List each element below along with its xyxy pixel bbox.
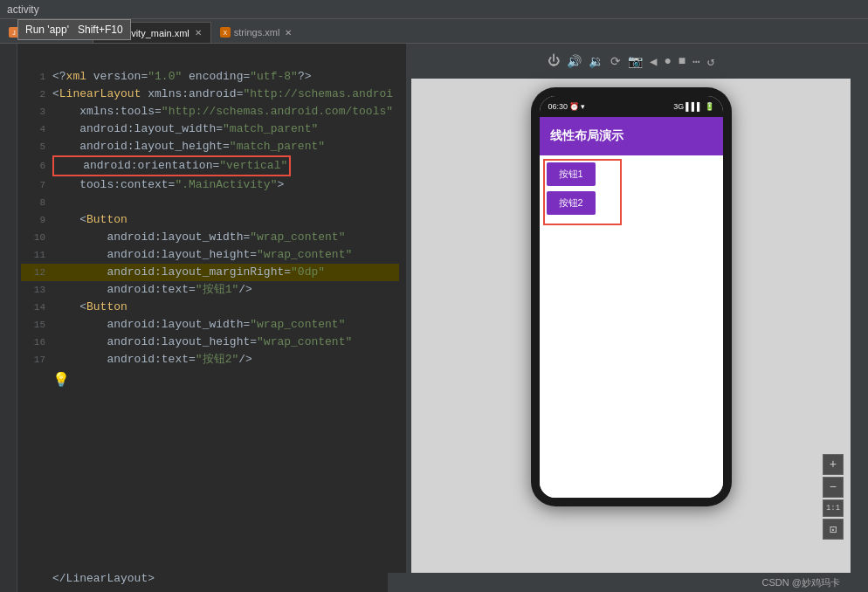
code-line-17: 17 android:text="按钮2"/> bbox=[21, 351, 399, 368]
code-line-1: 1 <?xml version="1.0" encoding="utf-8"?> bbox=[21, 68, 399, 86]
zoom-ratio-label: 1:1 bbox=[823, 499, 844, 517]
orientation-highlight: android:orientation="vertical" bbox=[52, 155, 291, 176]
refresh-icon[interactable]: ↺ bbox=[707, 54, 714, 69]
left-gutter bbox=[0, 44, 17, 592]
power-icon[interactable]: ⏻ bbox=[548, 54, 560, 68]
app-body: 按钮1 按钮2 bbox=[540, 155, 723, 227]
status-left: 06:30 ⏰ ▾ bbox=[548, 102, 586, 111]
more-icon[interactable]: ⋯ bbox=[692, 54, 699, 69]
code-line-2: 2 <LinearLayout xmlns:android="http://sc… bbox=[21, 86, 399, 103]
phone-mockup: 06:30 ⏰ ▾ 3G ▌▌▌ 🔋 线性布局演示 按钮1 bbox=[531, 87, 732, 506]
code-content: 1 <?xml version="1.0" encoding="utf-8"?>… bbox=[17, 44, 406, 396]
back-icon[interactable]: ◀ bbox=[650, 54, 657, 69]
closing-tag: </LinearLayout> bbox=[52, 572, 155, 585]
top-toolbar: activity bbox=[0, 0, 868, 19]
status-time: 06:30 bbox=[548, 102, 568, 111]
closing-tag-line: </LinearLayout> bbox=[17, 565, 406, 592]
app-content: 线性布局演示 按钮1 按钮2 bbox=[540, 117, 723, 498]
volume-icon[interactable]: 🔊 bbox=[567, 54, 582, 69]
run-shortcut: Shift+F10 bbox=[78, 24, 123, 36]
status-battery: 🔋 bbox=[705, 102, 714, 111]
zoom-out-button[interactable]: − bbox=[823, 477, 844, 498]
app-header: 线性布局演示 bbox=[540, 117, 723, 155]
code-line-10: 10 android:layout_width="wrap_content" bbox=[21, 229, 399, 246]
home-icon[interactable]: ● bbox=[664, 54, 671, 68]
code-line-13: 13 android:text="按钮1"/> bbox=[21, 281, 399, 299]
status-alarm: ⏰ bbox=[569, 102, 579, 111]
tab-strings-xml[interactable]: X strings.xml ✕ bbox=[211, 22, 301, 43]
phone-screen: 06:30 ⏰ ▾ 3G ▌▌▌ 🔋 线性布局演示 按钮1 bbox=[540, 96, 723, 498]
preview-button-1[interactable]: 按钮1 bbox=[547, 162, 596, 186]
screenshot-icon[interactable]: 📷 bbox=[628, 54, 643, 69]
code-line-empty bbox=[21, 51, 399, 68]
csdn-watermark: CSDN @妙鸡玛卡 bbox=[762, 576, 840, 589]
phone-notch bbox=[605, 98, 658, 107]
tab-close-main[interactable]: ✕ bbox=[195, 28, 202, 38]
code-line-15: 15 android:layout_width="wrap_content" bbox=[21, 316, 399, 334]
device-toolbar: ⏻ 🔊 🔉 ⟳ 📷 ◀ ● ■ ⋯ ↺ bbox=[411, 44, 851, 79]
zoom-controls: + − 1:1 ⊡ bbox=[823, 454, 844, 540]
zoom-fit-button[interactable]: ⊡ bbox=[823, 519, 844, 540]
code-line-9: 9 <Button bbox=[21, 211, 399, 229]
code-line-16: 16 android:layout_height="wrap_content" bbox=[21, 334, 399, 351]
code-line-14: 14 <Button bbox=[21, 299, 399, 316]
code-line-7: 7 tools:context=".MainActivity"> bbox=[21, 176, 399, 194]
right-panel bbox=[851, 44, 868, 592]
bulb-line: 💡 bbox=[21, 372, 399, 389]
rotate-icon[interactable]: ⟳ bbox=[610, 54, 621, 69]
preview-button-2[interactable]: 按钮2 bbox=[547, 191, 596, 215]
tab-label-strings-xml: strings.xml bbox=[234, 27, 280, 38]
app-title: 线性布局演示 bbox=[550, 128, 623, 144]
run-label: Run 'app' bbox=[25, 24, 69, 36]
code-line-3: 3 xmlns:tools="http://schemas.android.co… bbox=[21, 103, 399, 120]
preview-area: ⏻ 🔊 🔉 ⟳ 📷 ◀ ● ■ ⋯ ↺ 06:30 ⏰ ▾ bbox=[411, 44, 851, 592]
status-right: 3G ▌▌▌ 🔋 bbox=[673, 102, 713, 111]
square-icon[interactable]: ■ bbox=[679, 54, 685, 68]
main-area: 1 <?xml version="1.0" encoding="utf-8"?>… bbox=[0, 44, 868, 592]
tab-close-strings[interactable]: ✕ bbox=[285, 28, 292, 38]
toolbar-title: activity bbox=[7, 3, 39, 16]
code-line-8: 8 bbox=[21, 194, 399, 211]
code-line-6: 6 android:orientation="vertical" bbox=[21, 155, 399, 176]
status-wifi: ▾ bbox=[581, 102, 585, 111]
status-network: 3G bbox=[673, 102, 684, 111]
code-line-11: 11 android:layout_height="wrap_content" bbox=[21, 246, 399, 264]
bulb-icon: 💡 bbox=[52, 372, 70, 389]
code-line-5: 5 android:layout_height="match_parent" bbox=[21, 138, 399, 155]
status-signal: ▌▌▌ bbox=[685, 102, 702, 111]
zoom-in-button[interactable]: + bbox=[823, 454, 844, 475]
bottom-status-bar: CSDN @妙鸡玛卡 bbox=[388, 573, 851, 592]
code-editor[interactable]: 1 <?xml version="1.0" encoding="utf-8"?>… bbox=[17, 44, 406, 592]
code-line-4: 4 android:layout_width="match_parent" bbox=[21, 120, 399, 138]
xml-icon-strings: X bbox=[220, 27, 231, 38]
run-tooltip: Run 'app' Shift+F10 bbox=[17, 19, 131, 40]
volume-down-icon[interactable]: 🔉 bbox=[589, 54, 603, 69]
code-line-12: 12 android:layout_marginRight="0dp" bbox=[21, 264, 399, 281]
